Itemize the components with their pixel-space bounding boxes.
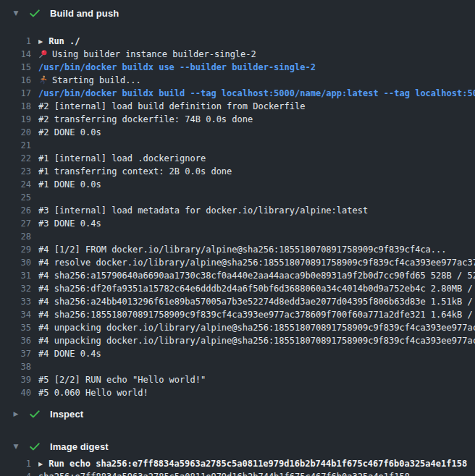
log-text: #2 DONE 0.0s	[38, 126, 475, 139]
line-number[interactable]: 38	[0, 360, 31, 373]
line-number[interactable]: 23	[0, 165, 31, 178]
log-text	[38, 360, 475, 373]
log-text: #1 transferring context: 2B 0.0s done	[38, 165, 475, 178]
line-number[interactable]: 35	[0, 321, 31, 334]
log-line: 1 ▶Run ./	[0, 35, 475, 48]
log-line: 37 #4 DONE 0.4s	[0, 347, 475, 360]
log-text: #2 [internal] load build definition from…	[38, 100, 475, 113]
log-line: 21	[0, 139, 475, 152]
line-number[interactable]: 1	[0, 457, 31, 470]
log-text: #4 unpacking docker.io/library/alpine@sh…	[38, 321, 475, 334]
log-line: 17 /usr/bin/docker buildx build --tag lo…	[0, 87, 475, 100]
log-line: 25	[0, 191, 475, 204]
log-text	[38, 230, 475, 243]
log-line: 28	[0, 230, 475, 243]
chevron-down-icon: ▼	[12, 443, 20, 450]
log-text: #3 [internal] load metadata for docker.i…	[38, 204, 475, 217]
line-number[interactable]: 25	[0, 191, 31, 204]
line-number[interactable]: 30	[0, 256, 31, 269]
log-line: 29 #4 [1/2] FROM docker.io/library/alpin…	[0, 243, 475, 256]
line-number[interactable]: 33	[0, 295, 31, 308]
log-text: #4 sha256:a15790640a6690aa1730c38cf0a440…	[38, 269, 475, 282]
check-success-icon	[30, 9, 40, 17]
log-section-build-and-push: ▼ Build and push 1 ▶Run ./ 14 Using buil…	[0, 6, 475, 399]
log-line: 4 sha256:e7ff8834a5963a2785c5a0811e979d1…	[0, 470, 475, 476]
log-line: 31 #4 sha256:a15790640a6690aa1730c38cf0a…	[0, 269, 475, 282]
line-number[interactable]: 22	[0, 152, 31, 165]
log-text: #2 transferring dockerfile: 74B 0.0s don…	[38, 113, 475, 126]
log-text: #5 0.060 Hello world!	[38, 386, 475, 399]
log-line: 30 #4 resolve docker.io/library/alpine@s…	[0, 256, 475, 269]
log-line: 16 Starting build...	[0, 74, 475, 87]
line-number[interactable]: 24	[0, 178, 31, 191]
line-number[interactable]: 20	[0, 126, 31, 139]
log-line: 27 #3 DONE 0.4s	[0, 217, 475, 230]
log-line: 1 ▶Run echo sha256:e7ff8834a5963a2785c5a…	[0, 457, 475, 470]
workflow-log-panel: ▼ Build and push 1 ▶Run ./ 14 Using buil…	[0, 0, 475, 476]
log-text: #4 DONE 0.4s	[38, 347, 475, 360]
log-line: 35 #4 unpacking docker.io/library/alpine…	[0, 321, 475, 334]
line-number[interactable]: 27	[0, 217, 31, 230]
log-line: 20 #2 DONE 0.0s	[0, 126, 475, 139]
play-icon: ▶	[38, 35, 43, 48]
log-line: 19 #2 transferring dockerfile: 74B 0.0s …	[0, 113, 475, 126]
log-text: #4 sha256:df20fa9351a15782c64e6dddb2d4a6…	[38, 282, 475, 295]
section-header-inspect[interactable]: ▶ Inspect	[0, 407, 475, 421]
log-line: 15 /usr/bin/docker buildx use --builder …	[0, 61, 475, 74]
log-text: #4 sha256:185518070891758909c9f839cf4ca3…	[38, 308, 475, 321]
log-line: 40 #5 0.060 Hello world!	[0, 386, 475, 399]
play-icon: ▶	[38, 458, 43, 470]
chevron-right-icon: ▶	[12, 411, 20, 417]
line-number[interactable]: 14	[0, 48, 31, 61]
line-number[interactable]: 28	[0, 230, 31, 243]
log-text: /usr/bin/docker buildx use --builder bui…	[38, 61, 475, 74]
line-number[interactable]: 36	[0, 334, 31, 347]
line-number[interactable]: 40	[0, 386, 31, 399]
log-text: #4 unpacking docker.io/library/alpine@sh…	[38, 334, 475, 347]
log-text: #4 [1/2] FROM docker.io/library/alpine@s…	[38, 243, 475, 256]
log-line: 36 #4 unpacking docker.io/library/alpine…	[0, 334, 475, 347]
section-title: Build and push	[50, 8, 119, 19]
log-text: Starting build...	[38, 74, 475, 87]
log-line: 24 #1 DONE 0.0s	[0, 178, 475, 191]
log-line: 23 #1 transferring context: 2B 0.0s done	[0, 165, 475, 178]
section-title: Image digest	[50, 441, 109, 452]
line-number[interactable]: 21	[0, 139, 31, 152]
line-number[interactable]: 17	[0, 87, 31, 100]
line-number[interactable]: 29	[0, 243, 31, 256]
log-text: #4 sha256:a24bb4013296f61e89ba57005a7b3e…	[38, 295, 475, 308]
line-number[interactable]: 34	[0, 308, 31, 321]
line-number[interactable]: 37	[0, 347, 31, 360]
section-header-build-and-push[interactable]: ▼ Build and push	[0, 6, 475, 20]
line-number[interactable]: 1	[0, 35, 31, 48]
line-number[interactable]: 31	[0, 269, 31, 282]
log-text: sha256:e7ff8834a5963a2785c5a0811e979d16b…	[38, 470, 475, 476]
check-success-icon	[30, 410, 40, 418]
line-number[interactable]: 16	[0, 74, 31, 87]
section-log-lines: 1 ▶Run echo sha256:e7ff8834a5963a2785c5a…	[0, 457, 475, 476]
line-number[interactable]: 26	[0, 204, 31, 217]
log-line: 39 #5 [2/2] RUN echo "Hello world!"	[0, 373, 475, 386]
line-number[interactable]: 39	[0, 373, 31, 386]
section-header-image-digest[interactable]: ▼ Image digest	[0, 439, 475, 454]
check-success-icon	[30, 443, 40, 451]
log-group-toggle[interactable]: ▶Run echo sha256:e7ff8834a5963a2785c5a08…	[38, 457, 475, 470]
log-line: 22 #1 [internal] load .dockerignore	[0, 152, 475, 165]
section-title: Inspect	[50, 409, 83, 420]
log-line: 14 Using builder instance builder-single…	[0, 48, 475, 61]
log-group-toggle[interactable]: ▶Run ./	[38, 35, 475, 48]
line-number[interactable]: 4	[0, 470, 31, 476]
log-text	[38, 191, 475, 204]
log-section-image-digest: ▼ Image digest 1 ▶Run echo sha256:e7ff88…	[0, 439, 475, 476]
line-number[interactable]: 15	[0, 61, 31, 74]
log-text: #4 resolve docker.io/library/alpine@sha2…	[38, 256, 475, 269]
line-number[interactable]: 32	[0, 282, 31, 295]
log-text	[38, 139, 475, 152]
log-line: 38	[0, 360, 475, 373]
log-line: 18 #2 [internal] load build definition f…	[0, 100, 475, 113]
log-line: 32 #4 sha256:df20fa9351a15782c64e6dddb2d…	[0, 282, 475, 295]
pushpin-icon	[38, 49, 48, 59]
line-number[interactable]: 18	[0, 100, 31, 113]
runner-icon	[38, 75, 48, 85]
line-number[interactable]: 19	[0, 113, 31, 126]
